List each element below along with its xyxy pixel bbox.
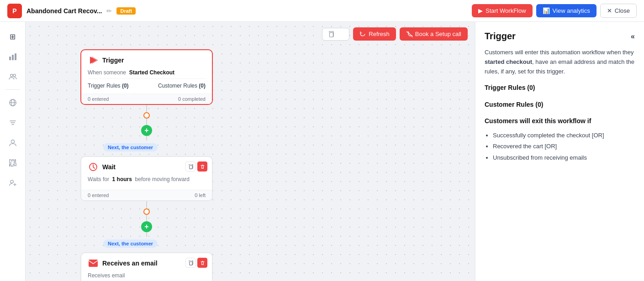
connector-dot-1 — [143, 112, 150, 119]
email-node[interactable]: Receives an email Receives email Did you… — [80, 252, 213, 281]
close-x-icon: ✕ — [607, 7, 612, 14]
svg-rect-15 — [189, 165, 192, 168]
email-subtitle: Receives email — [88, 272, 206, 279]
trigger-node-body: When someone Started Checkout Trigger Ru… — [81, 69, 212, 94]
connector-line-6 — [146, 232, 147, 237]
email-node-body: Receives email Did you forget something? — [81, 272, 212, 281]
svg-point-3 — [10, 74, 12, 77]
wait-node-title: Wait — [102, 163, 116, 171]
trigger-node-header: Trigger — [81, 50, 212, 69]
setup-call-button[interactable]: Book a Setup call — [400, 27, 468, 41]
refresh-button[interactable]: Refresh — [353, 27, 396, 41]
analytics-icon: 📊 — [543, 7, 550, 14]
wait-node-wrap: Wait Waits for 1 hours before moving for… — [80, 156, 213, 237]
panel-title: Trigger — [485, 31, 516, 42]
workflow-canvas-area[interactable]: Refresh Book a Setup call Trigger — [26, 22, 475, 281]
email-node-title: Receives an email — [102, 260, 158, 267]
svg-point-4 — [13, 74, 15, 77]
start-workflow-button[interactable]: ▶ Start WorkFlow — [472, 4, 533, 17]
sidebar-puzzle-icon[interactable] — [4, 154, 22, 172]
svg-marker-14 — [92, 57, 98, 64]
next-label-2: Next, the customer — [103, 239, 158, 248]
trigger-rules: Trigger Rules (0) Customer Rules (0) — [88, 78, 206, 89]
trigger-stats: 0 entered 0 completed — [81, 94, 212, 104]
email-node-wrap: Receives an email Receives email Did you… — [80, 252, 213, 281]
wait-node-body: Waits for 1 hours before moving forward — [81, 176, 212, 190]
connector-line-3 — [146, 136, 147, 140]
svg-rect-18 — [89, 260, 98, 267]
email-node-actions — [185, 258, 207, 268]
draft-badge: Draft — [116, 7, 136, 15]
connector-line-4 — [146, 201, 147, 208]
add-node-button-2[interactable]: + — [141, 221, 152, 232]
header-left: P Abandoned Cart Recov... ✏ Draft — [7, 4, 136, 18]
panel-section-customer-rules: Customer Rules (0) — [485, 99, 635, 109]
panel-section-exit-title: Customers will exit this workflow if — [485, 116, 635, 126]
trigger-node-wrap: Trigger When someone Started Checkout Tr… — [80, 49, 213, 140]
wait-copy-icon[interactable] — [185, 161, 195, 172]
header: P Abandoned Cart Recov... ✏ Draft ▶ Star… — [0, 0, 644, 22]
wait-delete-icon[interactable] — [197, 161, 207, 172]
panel-header: Trigger « — [485, 31, 635, 42]
sidebar-filter-icon[interactable] — [4, 114, 22, 132]
exit-condition-1: Successfully completed the checkout [OR] — [493, 131, 635, 140]
sidebar: ⊞ — [0, 22, 26, 281]
svg-point-8 — [11, 140, 14, 143]
email-copy-icon[interactable] — [185, 258, 195, 268]
view-analytics-button[interactable]: 📊 View analytics — [536, 4, 596, 17]
sidebar-barchart-icon[interactable] — [4, 47, 22, 66]
panel-bold-text: started checkout — [485, 58, 532, 65]
exit-conditions-list: Successfully completed the checkout [OR]… — [485, 131, 635, 163]
svg-rect-0 — [9, 57, 11, 60]
edit-icon[interactable]: ✏ — [106, 7, 112, 15]
email-delete-icon[interactable] — [197, 258, 207, 268]
header-right: ▶ Start WorkFlow 📊 View analytics ✕ Clos… — [472, 4, 637, 18]
sidebar-grid-icon[interactable]: ⊞ — [4, 27, 22, 46]
sidebar-divider — [5, 89, 20, 90]
copy-button[interactable] — [322, 28, 349, 41]
trigger-node-title: Trigger — [102, 57, 124, 64]
wait-icon — [88, 161, 99, 172]
sidebar-user-icon[interactable] — [4, 134, 22, 152]
svg-rect-2 — [15, 53, 16, 60]
play-icon: ▶ — [478, 7, 483, 14]
app-logo: P — [7, 4, 22, 18]
trigger-icon — [88, 55, 99, 66]
connector-dot-2 — [143, 208, 150, 215]
trigger-node[interactable]: Trigger When someone Started Checkout Tr… — [80, 49, 213, 105]
connector-line-1 — [146, 105, 147, 112]
connector-line-5 — [146, 215, 147, 221]
workflow-title: Abandoned Cart Recov... — [26, 7, 102, 15]
svg-rect-17 — [189, 261, 192, 265]
workflow-canvas: Trigger When someone Started Checkout Tr… — [26, 22, 475, 281]
panel-section-trigger-rules: Trigger Rules (0) — [485, 83, 635, 93]
exit-condition-3: Unsubscribed from receiving emails — [493, 153, 635, 163]
next-label-1: Next, the customer — [103, 143, 158, 151]
panel-body: Customers will enter this automation wor… — [485, 48, 635, 163]
trigger-subtitle: When someone Started Checkout — [88, 69, 206, 76]
panel-collapse-button[interactable]: « — [631, 32, 635, 41]
sidebar-globe-icon[interactable] — [4, 94, 22, 112]
wait-node-actions — [185, 161, 207, 172]
trigger-rule-left: Trigger Rules (0) — [88, 83, 129, 89]
email-icon — [88, 258, 99, 269]
trigger-rule-right: Customer Rules (0) — [158, 83, 206, 89]
wait-stats: 0 entered 0 left — [81, 190, 212, 200]
close-button[interactable]: ✕ Close — [600, 4, 637, 18]
connector-line-2 — [146, 119, 147, 125]
wait-subtitle: Waits for 1 hours before moving forward — [88, 176, 206, 182]
svg-point-9 — [11, 180, 13, 183]
sidebar-people-icon[interactable] — [4, 68, 22, 86]
app-body: ⊞ Refres — [0, 22, 644, 281]
exit-condition-2: Recovered the cart [OR] — [493, 142, 635, 151]
detail-panel: Trigger « Customers will enter this auto… — [475, 22, 644, 281]
svg-rect-1 — [12, 55, 14, 60]
secondary-toolbar: Refresh Book a Setup call — [322, 27, 468, 41]
svg-rect-12 — [330, 32, 333, 37]
wait-node[interactable]: Wait Waits for 1 hours before moving for… — [80, 156, 213, 201]
panel-description: Customers will enter this automation wor… — [485, 48, 635, 76]
add-node-button-1[interactable]: + — [141, 125, 152, 136]
sidebar-group-add-icon[interactable] — [4, 174, 22, 192]
